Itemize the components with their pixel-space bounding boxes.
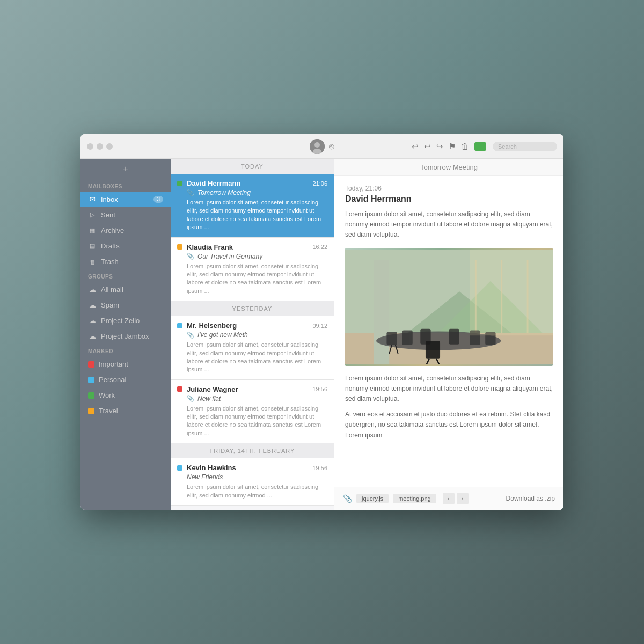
- email-item-4[interactable]: Juliane Wagner 19:56 📎 New flat Lorem ip…: [171, 380, 334, 444]
- attachment-next-button[interactable]: ›: [457, 493, 469, 504]
- add-mailbox-button[interactable]: +: [80, 159, 171, 179]
- detail-sender: David Herrmann: [345, 194, 553, 204]
- close-button[interactable]: [87, 143, 93, 150]
- email-time-3: 09:12: [312, 323, 327, 329]
- email-sender-1: David Herrmann: [187, 179, 308, 187]
- download-zip-link[interactable]: Download as .zip: [506, 495, 555, 502]
- email-header-2: Klaudia Frank 16:22: [177, 243, 327, 251]
- sidebar-item-project-zello[interactable]: ☁ Project Zello: [80, 313, 171, 328]
- sent-icon: ▷: [88, 211, 97, 218]
- sidebar-item-label-important: Important: [99, 360, 128, 368]
- email-item-3[interactable]: Mr. Heisenberg 09:12 📎 I've got new Meth…: [171, 316, 334, 380]
- sidebar-item-label-personal: Personal: [99, 376, 126, 384]
- detail-title: Tomorrow Meeting: [343, 163, 555, 171]
- sidebar-item-inbox[interactable]: ✉ Inbox 3: [80, 192, 171, 207]
- forward-icon[interactable]: ↪: [436, 142, 443, 151]
- email-subject-row-4: 📎 New flat: [177, 395, 327, 402]
- attachment-icon-1: 📎: [187, 189, 194, 196]
- sidebar-item-spam[interactable]: ☁ Spam: [80, 297, 171, 313]
- sidebar-item-sent[interactable]: ▷ Sent: [80, 207, 171, 223]
- email-item-1[interactable]: David Herrmann 21:06 📎 Tomorrow Meeting …: [171, 174, 334, 238]
- email-subject-row-2: 📎 Our Travel in Germany: [177, 253, 327, 260]
- sidebar-item-label-spam: Spam: [101, 301, 119, 309]
- trash-sidebar-icon: 🗑: [88, 259, 97, 265]
- attachment-icon-3: 📎: [187, 332, 194, 339]
- email-subject-row-1: 📎 Tomorrow Meeting: [177, 189, 327, 196]
- detail-body-1: Lorem ipsum dolor sit amet, consetetur s…: [345, 209, 553, 240]
- email-header-3: Mr. Heisenberg 09:12: [177, 321, 327, 330]
- email-subject-row-5: New Friends: [177, 473, 327, 481]
- attachment-bar: 📎 jquery.js meeting.png ‹ › Download as …: [334, 487, 564, 510]
- search-box[interactable]: Search: [493, 142, 557, 151]
- sidebar-item-label-work: Work: [99, 391, 115, 399]
- sidebar-item-archive[interactable]: ▦ Archive: [80, 223, 171, 238]
- maximize-button[interactable]: [106, 143, 113, 150]
- email-preview-1: Lorem ipsum dolor sit amet, consetetur s…: [177, 199, 327, 232]
- email-color-dot-1: [177, 181, 182, 186]
- email-subject-4: New flat: [197, 395, 221, 402]
- sidebar-item-project-jambox[interactable]: ☁ Project Jambox: [80, 328, 171, 344]
- toolbar-icons: ↩ ↩ ↪ ⚑ 🗑: [412, 142, 486, 151]
- email-time-2: 16:22: [312, 244, 327, 250]
- email-subject-3: I've got new Meth: [197, 331, 248, 339]
- attachment-prev-button[interactable]: ‹: [443, 493, 455, 504]
- traffic-lights: [87, 143, 113, 150]
- marked-section-label: MARKED: [80, 344, 171, 356]
- flag-icon[interactable]: ⚑: [449, 142, 456, 151]
- sidebar-item-travel[interactable]: Travel: [80, 403, 171, 419]
- attachment-nav: ‹ ›: [443, 493, 469, 504]
- sidebar-item-personal[interactable]: Personal: [80, 372, 171, 387]
- yesterday-separator: YESTERDAY: [171, 301, 334, 316]
- email-time-1: 21:06: [312, 180, 327, 187]
- sidebar-item-drafts[interactable]: ▤ Drafts: [80, 238, 171, 254]
- trash-icon[interactable]: 🗑: [461, 142, 469, 151]
- attachment-icon-4: 📎: [187, 395, 194, 402]
- search-placeholder: Search: [498, 143, 517, 150]
- inbox-badge: 3: [153, 196, 163, 203]
- email-item-5[interactable]: Kevin Hawkins 19:56 New Friends Lorem ip…: [171, 458, 334, 506]
- today-separator: TODAY: [171, 159, 334, 174]
- sidebar-item-label-trash: Trash: [101, 258, 119, 266]
- cloud-icon-jambox: ☁: [88, 332, 97, 340]
- svg-rect-15: [449, 328, 459, 344]
- attachment-chip-1[interactable]: jquery.js: [356, 494, 389, 503]
- attachment-chip-2[interactable]: meeting.png: [393, 494, 436, 503]
- email-preview-5: Lorem ipsum dolor sit amet, consetetur s…: [177, 483, 327, 500]
- email-item-2[interactable]: Klaudia Frank 16:22 📎 Our Travel in Germ…: [171, 238, 334, 302]
- sidebar-item-work[interactable]: Work: [80, 387, 171, 403]
- personal-color-dot: [88, 377, 94, 383]
- cloud-icon-all: ☁: [88, 286, 97, 294]
- sidebar-item-label-sent: Sent: [101, 211, 115, 219]
- email-header-5: Kevin Hawkins 19:56: [177, 464, 327, 472]
- detail-header-bar: Tomorrow Meeting: [334, 159, 564, 176]
- email-preview-3: Lorem ipsum dolor sit amet, consetetur s…: [177, 341, 327, 374]
- email-sender-2: Klaudia Frank: [187, 243, 308, 251]
- sidebar-item-label-all-mail: All mail: [101, 286, 123, 294]
- inbox-icon: ✉: [88, 195, 97, 203]
- email-preview-2: Lorem ipsum dolor sit amet, consetetur s…: [177, 262, 327, 296]
- color-tag-button[interactable]: [474, 142, 486, 151]
- reply-all-icon[interactable]: ↩: [424, 142, 431, 151]
- detail-meta: Today, 21:06: [345, 185, 553, 192]
- sign-out-icon[interactable]: ⎋: [329, 142, 334, 151]
- sidebar-item-all-mail[interactable]: ☁ All mail: [80, 282, 171, 297]
- groups-section-label: GROUPS: [80, 269, 171, 282]
- svg-point-1: [314, 142, 320, 148]
- cloud-icon-zello: ☁: [88, 317, 97, 325]
- cloud-icon-spam: ☁: [88, 301, 97, 309]
- email-detail: Tomorrow Meeting Today, 21:06 David Herr…: [334, 159, 564, 510]
- important-color-dot: [88, 361, 94, 368]
- sidebar-item-trash[interactable]: 🗑 Trash: [80, 254, 171, 269]
- title-bar: ⎋ ↩ ↩ ↪ ⚑ 🗑 Search: [80, 134, 564, 159]
- add-icon: +: [123, 165, 128, 173]
- svg-rect-20: [426, 340, 440, 358]
- svg-rect-23: [470, 250, 553, 335]
- reply-icon[interactable]: ↩: [412, 142, 419, 151]
- sidebar-item-important[interactable]: Important: [80, 356, 171, 372]
- sidebar-item-label-project-jambox: Project Jambox: [101, 332, 149, 340]
- drafts-icon: ▤: [88, 243, 97, 250]
- email-subject-5: New Friends: [187, 473, 223, 481]
- svg-rect-10: [374, 260, 389, 364]
- email-color-dot-3: [177, 323, 182, 328]
- minimize-button[interactable]: [97, 143, 103, 150]
